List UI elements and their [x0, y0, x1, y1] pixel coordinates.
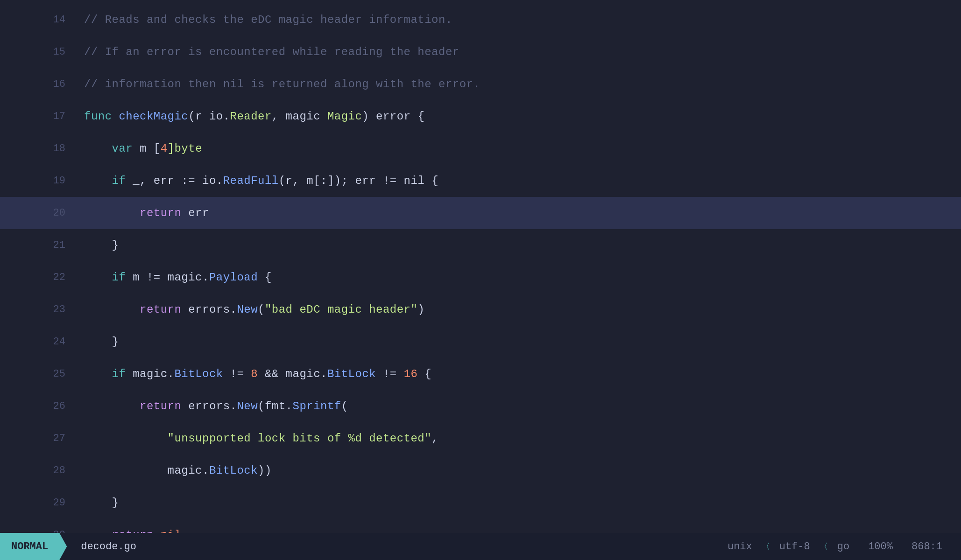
position-label: 868:1	[912, 541, 942, 553]
line-content: return errors.New("bad eDC magic header"…	[79, 303, 961, 316]
line-content: "unsupported lock bits of %d detected",	[79, 432, 961, 445]
token: nil	[154, 529, 182, 533]
status-bar: NORMAL decode.go unix 〈 utf-8 〈 go 100% …	[0, 533, 961, 560]
token: !=	[376, 368, 404, 380]
token: if	[84, 271, 126, 284]
line-content: return nil	[79, 529, 961, 533]
token: BitLock	[174, 368, 223, 380]
token: magic.	[84, 464, 209, 477]
token: {	[417, 368, 431, 380]
token: (r, m[:]); err != nil {	[279, 175, 438, 187]
token: !=	[223, 368, 251, 380]
token: ReadFull	[223, 175, 279, 187]
token: ))	[258, 464, 272, 477]
encoding-label: unix	[728, 541, 752, 553]
token: return	[84, 400, 181, 413]
line-number: 30	[0, 529, 79, 533]
token: // If an error is encountered while read…	[84, 46, 459, 58]
code-line-22: 22 if m != magic.Payload {	[0, 261, 961, 294]
line-content: // Reads and checks the eDC magic header…	[79, 14, 961, 26]
token: return	[84, 529, 154, 533]
token: errors.	[181, 303, 237, 316]
code-line-23: 23 return errors.New("bad eDC magic head…	[0, 294, 961, 326]
code-line-14: 14// Reads and checks the eDC magic head…	[0, 4, 961, 36]
line-number: 20	[0, 207, 79, 219]
line-number: 25	[0, 368, 79, 380]
code-editor: 14// Reads and checks the eDC magic head…	[0, 0, 961, 533]
line-content: return errors.New(fmt.Sprintf(	[79, 400, 961, 413]
line-number: 15	[0, 46, 79, 58]
code-line-27: 27 "unsupported lock bits of %d detected…	[0, 422, 961, 455]
code-line-19: 19 if _, err := io.ReadFull(r, m[:]); er…	[0, 165, 961, 197]
token: 4	[161, 142, 168, 155]
token: Magic	[327, 110, 362, 123]
line-number: 19	[0, 175, 79, 187]
line-content: }	[79, 239, 961, 252]
line-content: // If an error is encountered while read…	[79, 46, 961, 58]
charset-label: utf-8	[779, 541, 810, 553]
line-number: 27	[0, 433, 79, 444]
token: }	[84, 239, 119, 252]
token: if	[84, 368, 126, 380]
token: New	[237, 303, 258, 316]
zoom-item: 100%	[859, 541, 902, 553]
token	[112, 110, 119, 123]
line-content: }	[79, 336, 961, 348]
token: return	[84, 207, 181, 219]
filetype-label: go	[837, 541, 849, 553]
line-number: 18	[0, 143, 79, 154]
code-line-26: 26 return errors.New(fmt.Sprintf(	[0, 390, 961, 422]
token: }	[84, 336, 119, 348]
token: Sprintf	[293, 400, 341, 413]
token: io	[202, 175, 216, 187]
line-content: func checkMagic(r io.Reader, magic Magic…	[79, 110, 961, 123]
token: BitLock	[209, 464, 258, 477]
token: // Reads and checks the eDC magic header…	[84, 14, 452, 26]
token: magic.	[126, 368, 174, 380]
token: _, err :=	[126, 175, 202, 187]
token: }	[84, 497, 119, 509]
token: func	[84, 110, 112, 123]
line-number: 26	[0, 400, 79, 412]
token: ]byte	[168, 142, 202, 155]
line-content: }	[79, 497, 961, 509]
token: New	[237, 400, 258, 413]
filename: decode.go	[67, 541, 150, 553]
filetype-item: go	[828, 541, 859, 553]
token: io	[209, 110, 223, 123]
token: m [	[133, 142, 161, 155]
code-line-15: 15// If an error is encountered while re…	[0, 36, 961, 68]
code-line-16: 16// information then nil is returned al…	[0, 68, 961, 100]
line-content: // information then nil is returned alon…	[79, 78, 961, 91]
code-line-20: 20 return err	[0, 197, 961, 229]
token: )	[417, 303, 424, 316]
line-content: if _, err := io.ReadFull(r, m[:]); err !…	[79, 175, 961, 187]
vim-mode: NORMAL	[0, 533, 67, 560]
code-line-25: 25 if magic.BitLock != 8 && magic.BitLoc…	[0, 358, 961, 390]
token: "bad eDC magic header"	[265, 303, 417, 316]
token: "unsupported lock bits of %d detected"	[168, 432, 432, 445]
line-number: 29	[0, 497, 79, 509]
line-number: 28	[0, 465, 79, 476]
charset-item: utf-8	[770, 541, 820, 553]
status-right: unix 〈 utf-8 〈 go 100% 868:1	[718, 541, 961, 553]
token: m != magic.	[126, 271, 209, 284]
token: .	[223, 110, 230, 123]
code-line-24: 24 }	[0, 326, 961, 358]
code-line-28: 28 magic.BitLock))	[0, 455, 961, 487]
code-line-29: 29 }	[0, 487, 961, 519]
token: Payload	[209, 271, 258, 284]
token: if	[84, 175, 126, 187]
line-number: 21	[0, 239, 79, 251]
line-content: return err	[79, 207, 961, 219]
token: (r	[188, 110, 209, 123]
line-number: 22	[0, 272, 79, 283]
token: (	[341, 400, 348, 413]
token: errors.	[181, 400, 237, 413]
line-number: 17	[0, 111, 79, 122]
token: 8	[251, 368, 258, 380]
code-line-18: 18 var m [4]byte	[0, 133, 961, 165]
token: ,	[431, 432, 438, 445]
token: .	[216, 175, 223, 187]
chevron-1: 〈	[762, 541, 770, 552]
